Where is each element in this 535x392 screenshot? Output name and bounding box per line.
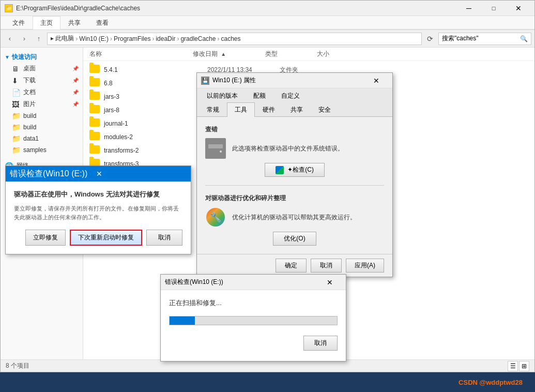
tab-previous-version[interactable]: 以前的版本 — [199, 88, 246, 103]
close-button[interactable]: ✕ — [507, 1, 530, 16]
tab-security[interactable]: 安全 — [311, 102, 339, 117]
build1-icon: 📁 — [12, 112, 20, 120]
list-view-button[interactable]: ☰ — [508, 361, 518, 371]
error-check-body: 驱动器正在使用中，Windows 无法对其进行修复 要立即修复，请保存并关闭所有… — [6, 182, 191, 254]
sidebar-item-samples[interactable]: 📁 samples — [1, 144, 83, 156]
properties-dialog-close[interactable]: ✕ — [364, 73, 388, 88]
ribbon-tab-share[interactable]: 共享 — [60, 16, 88, 29]
col-type-header[interactable]: 类型 — [265, 50, 317, 58]
pin-icon-pictures: 📌 — [72, 101, 79, 107]
error-section: 查错 此选项将检查驱动器中的文件系统错误。 ✦检查(C) — [205, 125, 384, 177]
quick-access-header[interactable]: ▼ 快速访问 — [1, 52, 83, 63]
sidebar-item-samples-label: samples — [23, 146, 47, 154]
optimize-desc-text: 优化计算机的驱动器可以帮助其更高效运行。 — [232, 213, 356, 222]
tab-hardware[interactable]: 硬件 — [255, 102, 283, 117]
sidebar-item-downloads-label: 下载 — [23, 76, 36, 85]
col-date-header: 修改日期 ▲ — [193, 50, 265, 58]
error-desc-text: 此选项将检查驱动器中的文件系统错误。 — [232, 144, 344, 153]
sidebar-item-documents[interactable]: 📄 文档 📌 — [1, 86, 83, 98]
properties-ok-button[interactable]: 确定 — [276, 259, 307, 273]
error-check-main-title: 驱动器正在使用中，Windows 无法对其进行修复 — [14, 190, 182, 199]
sidebar-item-pictures-label: 图片 — [23, 100, 36, 109]
col-size-header[interactable]: 大小 — [317, 50, 358, 58]
build2-icon: 📁 — [12, 123, 20, 131]
forward-button[interactable]: › — [18, 33, 30, 45]
scanning-dialog: 错误检查(Win10 (E:)) ✕ 正在扫描和修复... 取消 — [160, 274, 346, 361]
repair-on-restart-button[interactable]: 下次重新启动时修复 — [70, 230, 142, 246]
repair-now-button[interactable]: 立即修复 — [25, 230, 66, 246]
scanning-close[interactable]: ✕ — [318, 275, 342, 290]
ribbon-tab-view[interactable]: 查看 — [88, 16, 116, 29]
error-check-title-bar: 错误检查(Win10 (E:)) ✕ — [6, 166, 191, 182]
properties-apply-button[interactable]: 应用(A) — [346, 259, 384, 273]
error-check-close[interactable]: ✕ — [87, 166, 111, 182]
tab-sharing[interactable]: 共享 — [283, 102, 311, 117]
tab-custom[interactable]: 自定义 — [273, 88, 308, 103]
quick-access-label: 快速访问 — [12, 53, 37, 62]
sidebar-item-downloads[interactable]: ⬇ 下载 📌 — [1, 74, 83, 86]
svg-point-2 — [220, 150, 222, 153]
sidebar-item-pictures[interactable]: 🖼 图片 📌 — [1, 98, 83, 110]
search-placeholder-text: 搜索"caches" — [442, 34, 479, 43]
properties-cancel-button[interactable]: 取消 — [311, 259, 342, 273]
view-buttons: ☰ ⊞ — [508, 361, 529, 371]
progress-bar — [169, 316, 338, 325]
title-text: E:\ProgramFiles\ideaDir\gradleCache\cach… — [16, 5, 457, 12]
folder-icon — [89, 105, 100, 115]
folder-icon — [89, 132, 100, 142]
col-name-header[interactable]: 名称 — [89, 50, 193, 58]
optimize-row: 🔧 优化计算机的驱动器可以帮助其更高效运行。 — [205, 207, 384, 228]
sidebar-item-desktop[interactable]: 🖥 桌面 📌 — [1, 63, 83, 74]
file-name: modules-2 — [104, 133, 207, 141]
address-path[interactable]: ▸ 此电脑 › Win10 (E:) › ProgramFiles › idea… — [47, 33, 422, 45]
sidebar-item-documents-label: 文档 — [23, 88, 36, 97]
sidebar-item-data1-label: data1 — [23, 135, 39, 142]
tab-general[interactable]: 常规 — [199, 102, 227, 117]
sidebar-item-data1[interactable]: 📁 data1 — [1, 133, 83, 144]
optimize-button[interactable]: 优化(O) — [273, 232, 316, 246]
minimize-button[interactable]: ─ — [457, 1, 481, 16]
ribbon-tab-home[interactable]: 主页 — [33, 16, 60, 29]
optimize-section-title: 对驱动器进行优化和碎片整理 — [205, 194, 384, 203]
error-check-cancel-button[interactable]: 取消 — [146, 230, 182, 246]
address-bar: ‹ › ↑ ▸ 此电脑 › Win10 (E:) › ProgramFiles … — [1, 30, 534, 48]
error-check-sub-text: 要立即修复，请保存并关闭所有打开的文件。在修复期间，你将丢失此驱动器上的任何未保… — [14, 204, 182, 221]
tab-tools[interactable]: 工具 — [227, 102, 255, 117]
drive-error-icon — [205, 138, 226, 159]
maximize-button[interactable]: □ — [482, 1, 506, 16]
pin-icon: 📌 — [72, 66, 79, 71]
optimize-section: 对驱动器进行优化和碎片整理 🔧 优化计算机的驱动器可以帮助其更高效运行。 优化(… — [205, 194, 384, 246]
tab-quota[interactable]: 配额 — [246, 88, 273, 103]
error-section-title: 查错 — [205, 125, 384, 134]
desktop-icon: 🖥 — [12, 65, 20, 73]
sidebar-item-build1-label: build — [23, 112, 36, 119]
up-button[interactable]: ↑ — [33, 33, 45, 45]
error-check-buttons: 立即修复 下次重新启动时修复 取消 — [14, 230, 182, 250]
svg-rect-1 — [208, 144, 223, 148]
path-part-computer: ▸ 此电脑 — [51, 34, 74, 43]
ribbon-tab-file[interactable]: 文件 — [5, 16, 33, 29]
defrag-icon: 🔧 — [206, 208, 225, 227]
grid-view-button[interactable]: ⊞ — [519, 361, 529, 371]
check-button[interactable]: ✦检查(C) — [265, 163, 325, 177]
progress-bar-fill — [170, 316, 195, 325]
section-divider — [205, 185, 384, 186]
sidebar-item-build1[interactable]: 📁 build — [1, 110, 83, 122]
properties-dialog-footer: 确定 取消 应用(A) — [197, 254, 392, 277]
scanning-cancel-button[interactable]: 取消 — [303, 336, 338, 351]
window-controls: ─ □ ✕ — [457, 1, 530, 16]
taskbar: CSDN @wddptwd28 — [0, 372, 535, 392]
path-part-ideadir: ideaDir — [156, 35, 175, 42]
sidebar-item-desktop-label: 桌面 — [23, 64, 36, 73]
sidebar-item-build2[interactable]: 📁 build — [1, 122, 83, 133]
scanning-title: 错误检查(Win10 (E:)) — [165, 278, 318, 287]
refresh-button[interactable]: ⟳ — [424, 33, 436, 45]
properties-dialog: 💾 Win10 (E:) 属性 ✕ 以前的版本 配额 自定义 常规 工具 硬件 … — [196, 72, 393, 277]
back-button[interactable]: ‹ — [4, 33, 16, 45]
properties-dialog-title-bar: 💾 Win10 (E:) 属性 ✕ — [197, 73, 392, 88]
pictures-icon: 🖼 — [12, 100, 20, 109]
search-box[interactable]: 搜索"caches" 🔍 — [438, 33, 531, 45]
taskbar-watermark: CSDN @wddptwd28 — [458, 379, 531, 386]
file-name: jars-8 — [104, 107, 207, 114]
sort-arrow: ▲ — [221, 51, 226, 57]
